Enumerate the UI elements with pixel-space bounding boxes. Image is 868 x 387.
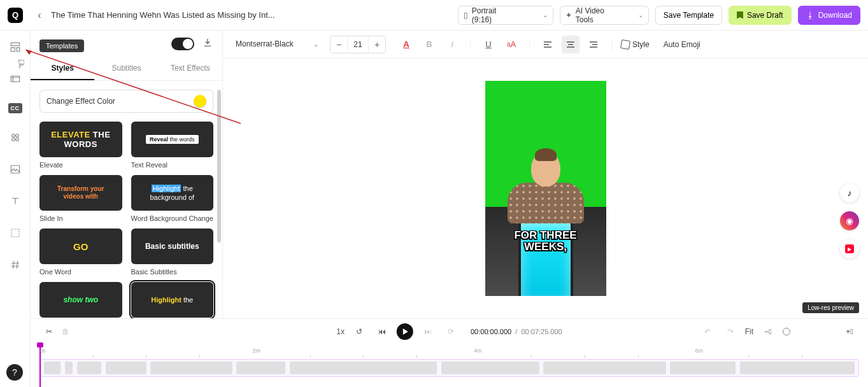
separator — [529, 39, 530, 50]
play-button[interactable] — [397, 323, 413, 340]
style-label: Word Background Change — [131, 215, 214, 222]
download-button[interactable]: Download — [798, 6, 860, 25]
speed-label[interactable]: 1x — [336, 327, 345, 336]
underline-button[interactable]: U — [480, 36, 497, 53]
rail-captions[interactable]: CC — [8, 103, 22, 113]
align-center-button[interactable] — [562, 36, 580, 53]
style-basic-subtitles[interactable]: Basic subtitles — [131, 229, 214, 264]
svg-point-5 — [15, 134, 18, 137]
svg-rect-9 — [11, 229, 19, 237]
style-elevate[interactable]: ELEVATE THEWORDS — [39, 122, 122, 157]
rail-templates[interactable] — [8, 39, 23, 55]
prev-button[interactable]: ⏮ — [374, 327, 390, 336]
style-word-bg-change[interactable]: Highlight the background of — [131, 175, 214, 211]
case-button[interactable]: aA — [502, 36, 520, 53]
increase-size[interactable]: + — [369, 39, 385, 50]
help-button[interactable]: ? — [6, 364, 23, 381]
text-color-button[interactable]: A — [397, 36, 415, 53]
thumb-text: GO — [73, 241, 88, 252]
youtube-shorts-button[interactable]: ▶ — [840, 239, 859, 258]
loop-button[interactable]: ⟳ — [443, 327, 459, 336]
tab-subtitles[interactable]: Subtitles — [94, 57, 158, 80]
style-slide-in[interactable]: Transform yourvideos with — [39, 175, 122, 211]
style-show-two[interactable]: show two — [39, 282, 122, 318]
social-buttons: ♪ ◉ ▶ — [840, 183, 859, 258]
change-effect-color[interactable]: Change Effect Color — [39, 90, 213, 113]
separator — [611, 39, 612, 50]
style-button[interactable]: Style — [621, 40, 650, 49]
thumb-text: Highlight the background of — [134, 184, 211, 202]
separator — [470, 39, 471, 50]
next-button[interactable]: ⏭ — [420, 327, 436, 336]
align-left-button[interactable] — [539, 36, 557, 53]
chevron-down-icon: ⌄ — [517, 11, 548, 18]
zoom-handle[interactable] — [783, 328, 790, 335]
panel-download-icon[interactable] — [202, 37, 213, 51]
cut-button[interactable]: ✂ — [41, 327, 57, 336]
replay-button[interactable]: ↺ — [351, 327, 367, 336]
rail-hashtag[interactable] — [8, 257, 23, 272]
panel-toggle[interactable] — [171, 38, 194, 50]
ruler-4m: 4m — [474, 348, 482, 354]
cursor-icon: ☟ — [18, 57, 25, 71]
aspect-ratio-select[interactable]: ▯ Portrait (9:16) ⌄ — [458, 6, 553, 25]
timeline-track[interactable] — [39, 359, 859, 377]
change-color-label: Change Effect Color — [46, 97, 115, 106]
ai-tools-select[interactable]: ✦ AI Video Tools ⌄ — [560, 6, 649, 25]
left-rail: CC — [0, 31, 31, 387]
ruler-2m: 2m — [253, 348, 261, 354]
style-one-word[interactable]: GO — [39, 229, 122, 264]
font-size-value[interactable]: 21 — [347, 36, 369, 53]
decrease-size[interactable]: − — [331, 39, 347, 50]
timeline[interactable]: 0s 2m 4m 6m — [31, 344, 868, 387]
caption-line1: FOR THREE — [514, 229, 576, 241]
project-title: The Time That Henning Wehn Was Listed as… — [51, 10, 275, 20]
sparkle-icon: ✦ — [566, 11, 572, 20]
rail-resize[interactable] — [8, 225, 23, 241]
portrait-icon: ▯ — [464, 11, 468, 20]
color-swatch[interactable] — [194, 95, 206, 108]
rail-media[interactable] — [8, 71, 23, 87]
style-label: Basic Subtitles — [131, 268, 214, 276]
thumb-text: Highlight the — [151, 296, 193, 304]
auto-emoji-button[interactable]: Auto Emoji — [664, 40, 701, 49]
redo-button[interactable]: ↷ — [722, 327, 739, 336]
style-label: One Word — [39, 268, 122, 276]
delete-button[interactable]: 🗑 — [57, 327, 74, 336]
aspect-ratio-label: Portrait (9:16) — [472, 6, 517, 24]
fit-button[interactable]: Fit — [745, 327, 753, 336]
video-preview[interactable]: FOR THREE WEEKS, — [485, 81, 606, 296]
instagram-button[interactable]: ◉ — [840, 211, 859, 230]
font-family-select[interactable]: Montserrat-Black ⌄ — [236, 36, 318, 53]
rail-image[interactable] — [8, 162, 23, 177]
style-label: Elevate — [39, 161, 122, 169]
zoom-in-button[interactable]: +⃝ — [841, 327, 858, 336]
tab-styles[interactable]: Styles — [31, 57, 94, 80]
align-right-button[interactable] — [585, 36, 602, 53]
undo-button[interactable]: ↶ — [699, 327, 716, 336]
rail-elements[interactable] — [8, 130, 23, 145]
svg-rect-8 — [11, 165, 20, 173]
italic-button[interactable]: I — [443, 36, 461, 53]
ruler-6m: 6m — [695, 348, 704, 354]
save-draft-label: Save Draft — [747, 11, 783, 20]
save-template-button[interactable]: Save Template — [655, 6, 722, 25]
thumb-text: Transform yourvideos with — [57, 185, 104, 201]
caption-text[interactable]: FOR THREE WEEKS, — [485, 230, 606, 253]
tiktok-button[interactable]: ♪ — [840, 183, 859, 202]
bold-button[interactable]: B — [420, 36, 438, 53]
panel-scrollbar[interactable] — [217, 90, 221, 243]
canvas[interactable]: FOR THREE WEEKS, — [223, 59, 868, 318]
style-highlight-current[interactable]: Highlight the — [131, 282, 214, 318]
back-button[interactable]: ‹ — [31, 10, 48, 21]
tab-text-effects[interactable]: Text Effects — [159, 57, 222, 80]
zoom-out-button[interactable]: −⃝ — [760, 327, 776, 336]
templates-tooltip: Templates — [39, 39, 84, 52]
app-logo[interactable]: Q — [0, 0, 31, 31]
download-label: Download — [818, 11, 852, 20]
playhead[interactable] — [39, 344, 41, 387]
save-draft-button[interactable]: Save Draft — [729, 6, 792, 25]
svg-point-4 — [11, 134, 15, 137]
rail-text[interactable] — [8, 194, 23, 209]
style-text-reveal[interactable]: Reveal the words — [131, 122, 214, 157]
